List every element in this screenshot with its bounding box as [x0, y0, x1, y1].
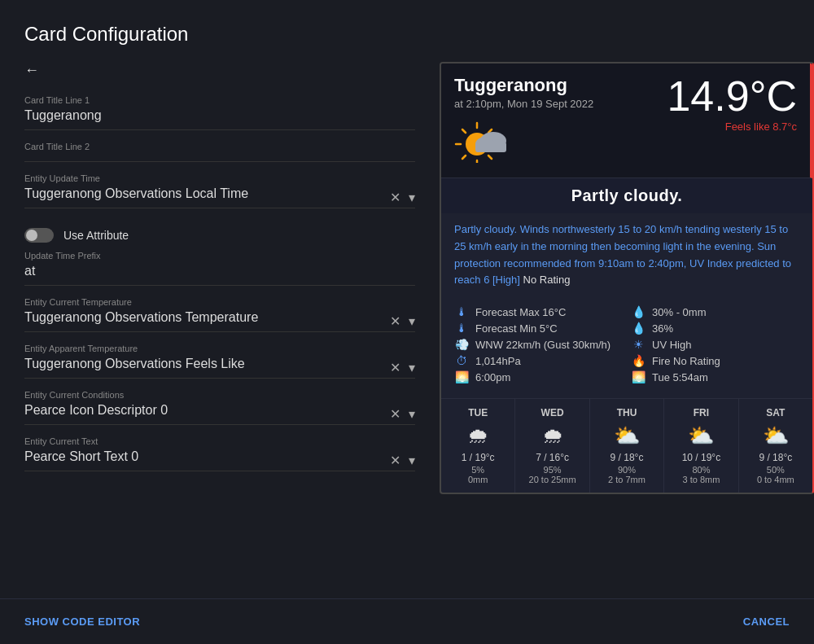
page-title: Card Configuration [0, 0, 814, 62]
field-value-card-title-1: Tuggeranong [24, 108, 415, 129]
forecast-day-fri: FRI ⛅ 10 / 19°c 80% 3 to 8mm [664, 399, 738, 493]
field-actions-entity-current-temp: ✕ ▾ [390, 313, 415, 329]
field-label-entity-apparent-temp: Entity Apparent Temperature [24, 344, 415, 353]
forecast-temp-fri: 10 / 19°c [667, 452, 734, 463]
rain-icon: 💧 [631, 305, 646, 318]
clear-icon[interactable]: ✕ [390, 406, 400, 422]
field-label-card-title-2: Card Title Line 2 [24, 142, 415, 151]
detail-sunset: 🌅 6:00pm [454, 370, 623, 383]
thermometer-icon: 🌡 [454, 305, 469, 318]
field-value-update-time-prefix: at [24, 264, 415, 285]
clear-icon[interactable]: ✕ [390, 313, 400, 329]
weather-description: Partly cloudy. Winds northwesterly 15 to… [441, 213, 812, 297]
weather-city: Tuggeranong [454, 75, 593, 96]
field-actions-entity-update-time: ✕ ▾ [390, 190, 415, 205]
forecast-day-name-tue: TUE [444, 407, 511, 418]
svg-rect-12 [475, 142, 506, 152]
use-attribute-label: Use Attribute [63, 229, 129, 242]
weather-date: at 2:10pm, Mon 19 Sept 2022 [454, 98, 593, 110]
show-code-editor-button[interactable]: SHOW CODE EDITOR [24, 616, 140, 628]
clear-icon[interactable]: ✕ [390, 453, 400, 468]
chevron-down-icon[interactable]: ▾ [409, 313, 415, 329]
weather-feels-like: Feels like 8.7°c [667, 120, 797, 133]
detail-rain-pct: 💧 30% - 0mm [631, 305, 799, 318]
sunset-icon: 🌅 [454, 370, 469, 383]
detail-uv: ☀ UV High [631, 338, 799, 351]
detail-text-wind: WNW 22km/h (Gust 30km/h) [475, 339, 610, 351]
forecast-temp-tue: 1 / 19°c [444, 452, 511, 463]
forecast-temp-thu: 9 / 18°c [593, 452, 660, 463]
forecast-rain-thu: 90% [593, 465, 660, 475]
field-value-entity-current-temp: Tuggeranong Observations Temperature [24, 310, 258, 331]
forecast-rain-tue: 5% [444, 465, 511, 475]
field-actions-entity-apparent-temp: ✕ ▾ [390, 360, 415, 375]
sunrise-icon: 🌅 [631, 370, 646, 383]
cancel-button[interactable]: CANCEL [743, 616, 790, 628]
detail-text-pressure: 1,014hPa [475, 355, 521, 367]
forecast-icon-sat: ⛅ [742, 423, 809, 449]
field-entity-update-time: Entity Update Time Tuggeranong Observati… [24, 173, 415, 208]
back-button[interactable]: ← [24, 62, 415, 79]
forecast-rain-wed: 95% [519, 465, 585, 475]
forecast-day-tue: TUE 🌧 1 / 19°c 5% 0mm [441, 399, 515, 493]
forecast-mm-sat: 0 to 4mm [742, 475, 809, 484]
detail-text-sunrise: Tue 5:54am [652, 371, 708, 383]
svg-line-5 [462, 129, 466, 133]
detail-forecast-max: 🌡 Forecast Max 16°C [454, 305, 623, 318]
field-card-title-1: Card Title Line 1 Tuggeranong [24, 95, 415, 130]
forecast-temp-sat: 9 / 18°c [742, 452, 809, 463]
weather-sun-icon [454, 118, 593, 166]
weather-temperature: 14.9°C [667, 75, 797, 117]
chevron-down-icon[interactable]: ▾ [409, 453, 415, 468]
pressure-icon: ⏱ [454, 354, 469, 367]
detail-wind: 💨 WNW 22km/h (Gust 30km/h) [454, 338, 623, 351]
forecast-rain-sat: 50% [742, 465, 809, 475]
forecast-icon-thu: ⛅ [593, 423, 660, 449]
forecast-day-name-thu: THU [593, 407, 660, 418]
clear-icon[interactable]: ✕ [390, 190, 400, 205]
detail-pressure: ⏱ 1,014hPa [454, 354, 623, 367]
chevron-down-icon[interactable]: ▾ [409, 406, 415, 422]
detail-forecast-min: 🌡 Forecast Min 5°C [454, 322, 623, 335]
weather-no-rating: No Rating [520, 274, 570, 286]
weather-header: Tuggeranong at 2:10pm, Mon 19 Sept 2022 [441, 64, 812, 178]
field-update-time-prefix: Update Time Prefix at [24, 251, 415, 286]
svg-line-8 [462, 156, 466, 159]
forecast-icon-tue: 🌧 [444, 423, 511, 449]
detail-sunrise: 🌅 Tue 5:54am [631, 370, 799, 383]
thermometer-min-icon: 🌡 [454, 322, 469, 335]
clear-icon[interactable]: ✕ [390, 360, 400, 375]
field-actions-entity-current-text: ✕ ▾ [390, 453, 415, 468]
chevron-down-icon[interactable]: ▾ [409, 360, 415, 375]
forecast-mm-fri: 3 to 8mm [667, 475, 734, 484]
forecast-mm-tue: 0mm [444, 475, 511, 484]
field-value-card-title-2[interactable] [24, 155, 415, 161]
field-label-entity-update-time: Entity Update Time [24, 173, 415, 183]
use-attribute-toggle-row: Use Attribute [24, 220, 415, 251]
right-panel: Tuggeranong at 2:10pm, Mon 19 Sept 2022 [431, 62, 814, 600]
weather-card: Tuggeranong at 2:10pm, Mon 19 Sept 2022 [440, 62, 814, 494]
detail-text-fire: Fire No Rating [652, 355, 720, 367]
field-entity-apparent-temp: Entity Apparent Temperature Tuggeranong … [24, 344, 415, 379]
forecast-icon-fri: ⛅ [667, 423, 734, 449]
chevron-down-icon[interactable]: ▾ [409, 190, 415, 205]
field-label-entity-current-temp: Entity Current Temperature [24, 297, 415, 307]
field-entity-current-text: Entity Current Text Pearce Short Text 0 … [24, 436, 415, 471]
forecast-day-wed: WED 🌧 7 / 16°c 95% 20 to 25mm [515, 399, 589, 493]
weather-condition: Partly cloudy. [441, 178, 812, 213]
forecast-day-sat: SAT ⛅ 9 / 18°c 50% 0 to 4mm [739, 399, 812, 493]
detail-text-rain-pct: 30% - 0mm [652, 306, 706, 318]
weather-details-grid: 🌡 Forecast Max 16°C 💧 30% - 0mm 🌡 Foreca… [441, 297, 812, 392]
bottom-bar: SHOW CODE EDITOR CANCEL [0, 598, 814, 644]
wind-icon: 💨 [454, 338, 469, 351]
humidity-icon: 💧 [631, 322, 646, 335]
use-attribute-toggle[interactable] [24, 228, 54, 243]
field-label-entity-current-text: Entity Current Text [24, 436, 415, 446]
detail-text-humidity: 36% [652, 322, 673, 335]
forecast-day-name-sat: SAT [742, 407, 809, 418]
field-label-card-title-1: Card Title Line 1 [24, 95, 415, 105]
forecast-temp-wed: 7 / 16°c [519, 452, 585, 463]
field-value-entity-apparent-temp: Tuggeranong Observations Feels Like [24, 357, 245, 378]
forecast-row: TUE 🌧 1 / 19°c 5% 0mm WED 🌧 7 / 16°c 95%… [441, 398, 812, 493]
weather-temp-block: 14.9°C Feels like 8.7°c [667, 75, 797, 133]
